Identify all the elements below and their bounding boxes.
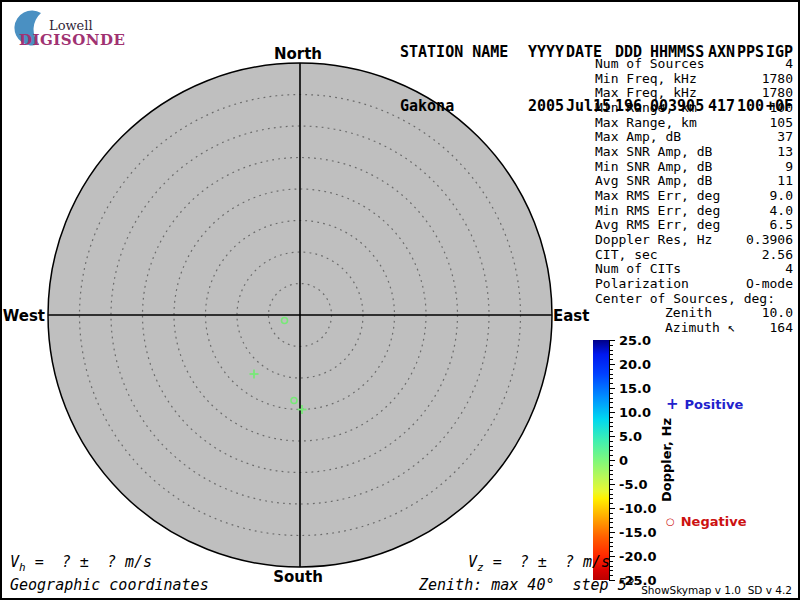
colorbar-tick-label: -15.0 bbox=[619, 525, 656, 540]
colorbar-tick-label: 5.0 bbox=[619, 429, 642, 444]
colorbar-tick bbox=[609, 542, 613, 543]
colorbar-tick-label: 15.0 bbox=[619, 381, 651, 396]
info-row-label: Min RMS Err, deg bbox=[595, 204, 720, 219]
info-row-value: 1780 bbox=[762, 86, 793, 101]
colorbar-tick bbox=[609, 350, 613, 351]
info-row: Min Freq, kHz1780 bbox=[595, 72, 793, 87]
colorbar-tick bbox=[609, 359, 613, 360]
legend-negative-label: Negative bbox=[681, 514, 747, 529]
colorbar-tick bbox=[609, 388, 615, 389]
info-row-label: Polarization bbox=[595, 277, 689, 292]
vh-readout: Vh = ? ± ? m/s bbox=[10, 553, 152, 574]
info-panel: Num of Sources4Min Freq, kHz1780Max Freq… bbox=[595, 57, 793, 335]
info-row-label: Max RMS Err, deg bbox=[595, 189, 720, 204]
info-row: Max RMS Err, deg9.0 bbox=[595, 189, 793, 204]
legend-negative: ○ Negative bbox=[666, 514, 746, 529]
info-row: Doppler Res, Hz0.3906 bbox=[595, 233, 793, 248]
info-row: Max Freq, kHz1780 bbox=[595, 86, 793, 101]
colorbar-tick-label: 0 bbox=[619, 453, 628, 468]
colorbar-tick bbox=[609, 484, 615, 485]
vz-symbol: V bbox=[468, 553, 477, 571]
header-value: 2005 bbox=[528, 97, 564, 115]
info-row-label: Avg SNR Amp, dB bbox=[595, 174, 712, 189]
info-row-label: Avg RMS Err, deg bbox=[595, 218, 720, 233]
info-row: CIT, sec2.56 bbox=[595, 248, 793, 263]
compass-label-west: West bbox=[2, 307, 45, 325]
info-row: Center of Sources, deg: bbox=[595, 292, 793, 307]
colorbar-tick-label: -10.0 bbox=[619, 501, 656, 516]
version-label: ShowSkymap v 1.0 SD v 4.2 bbox=[641, 584, 792, 596]
colorbar-tick bbox=[609, 537, 613, 538]
info-row: PolarizationO-mode bbox=[595, 277, 793, 292]
compass-label-south: South bbox=[273, 568, 323, 586]
colorbar-tick bbox=[609, 479, 613, 480]
colorbar-tick bbox=[609, 474, 613, 475]
info-row: Max Range, km105 bbox=[595, 116, 793, 131]
info-row-value: 4 bbox=[785, 57, 793, 72]
info-row-value: 4.0 bbox=[770, 204, 793, 219]
colorbar-tick bbox=[609, 345, 613, 346]
colorbar-tick-label: -20.0 bbox=[619, 549, 656, 564]
info-row-value: 100 bbox=[770, 101, 793, 116]
colorbar-tick bbox=[609, 340, 615, 341]
info-row-value: 13 bbox=[777, 145, 793, 160]
vz-value: = ? ± ? m/s bbox=[484, 553, 610, 571]
colorbar-tick bbox=[609, 527, 613, 528]
info-row-value: 10.0 bbox=[762, 306, 793, 321]
colorbar-tick bbox=[609, 369, 613, 370]
colorbar-tick bbox=[609, 489, 613, 490]
header-label: STATION NAME bbox=[400, 43, 508, 61]
info-row: Num of CITs4 bbox=[595, 262, 793, 277]
circle-marker-icon: ○ bbox=[666, 515, 675, 528]
info-row: Avg RMS Err, deg6.5 bbox=[595, 218, 793, 233]
info-row-value: 2.56 bbox=[762, 248, 793, 263]
info-row: Avg SNR Amp, dB11 bbox=[595, 174, 793, 189]
info-row-value: 0.3906 bbox=[746, 233, 793, 248]
colorbar-tick bbox=[609, 498, 613, 499]
header-value: Gakona bbox=[400, 97, 508, 115]
colorbar-tick bbox=[609, 422, 613, 423]
info-row-label: Num of Sources bbox=[595, 57, 705, 72]
info-row-label: Max SNR Amp, dB bbox=[595, 145, 712, 160]
colorbar-tick bbox=[609, 446, 613, 447]
zenith-range-note: Zenith: max 40° step 5° bbox=[419, 576, 636, 594]
info-row-label: CIT, sec bbox=[595, 248, 658, 263]
info-row-label: Max Amp, dB bbox=[595, 130, 681, 145]
vh-value: = ? ± ? m/s bbox=[26, 553, 152, 571]
colorbar-tick bbox=[609, 383, 613, 384]
colorbar-title: Doppler, Hz bbox=[659, 418, 674, 502]
colorbar-tick bbox=[609, 450, 613, 451]
compass-label-north: North bbox=[274, 45, 322, 63]
info-row-label: Max Freq, kHz bbox=[595, 86, 697, 101]
info-row: Min Range, km100 bbox=[595, 101, 793, 116]
colorbar-tick bbox=[609, 465, 613, 466]
colorbar-tick bbox=[609, 412, 615, 413]
info-row-label: Zenith bbox=[665, 306, 712, 321]
plus-marker-icon: + bbox=[666, 398, 679, 411]
colorbar-tick bbox=[609, 431, 613, 432]
colorbar-tick-label: 25.0 bbox=[619, 333, 651, 348]
colorbar-tick bbox=[609, 546, 613, 547]
colorbar-tick bbox=[609, 378, 613, 379]
vz-subscript: z bbox=[477, 561, 484, 574]
colorbar-tick-label: 10.0 bbox=[619, 405, 651, 420]
colorbar-tick bbox=[609, 398, 613, 399]
info-row: Max SNR Amp, dB13 bbox=[595, 145, 793, 160]
info-row-value: 9.0 bbox=[770, 189, 793, 204]
header-label: YYYY bbox=[528, 43, 564, 61]
colorbar-tick bbox=[609, 455, 613, 456]
info-row-label: Azimuth ↖ bbox=[665, 321, 735, 336]
colorbar-tick bbox=[609, 494, 613, 495]
info-row-value: 105 bbox=[770, 116, 793, 131]
colorbar-tick bbox=[609, 354, 613, 355]
info-row-value: 6.5 bbox=[770, 218, 793, 233]
compass-label-east: East bbox=[553, 307, 589, 325]
header-col-year: YYYY 2005 bbox=[528, 7, 564, 151]
info-row-value: O-mode bbox=[746, 277, 793, 292]
info-row-label: Min Freq, kHz bbox=[595, 72, 697, 87]
info-row-value: 164 bbox=[770, 321, 793, 336]
colorbar-tick-label: 20.0 bbox=[619, 357, 651, 372]
colorbar-tick bbox=[609, 518, 613, 519]
colorbar-tick bbox=[609, 393, 613, 394]
info-row-label: Min SNR Amp, dB bbox=[595, 160, 712, 175]
